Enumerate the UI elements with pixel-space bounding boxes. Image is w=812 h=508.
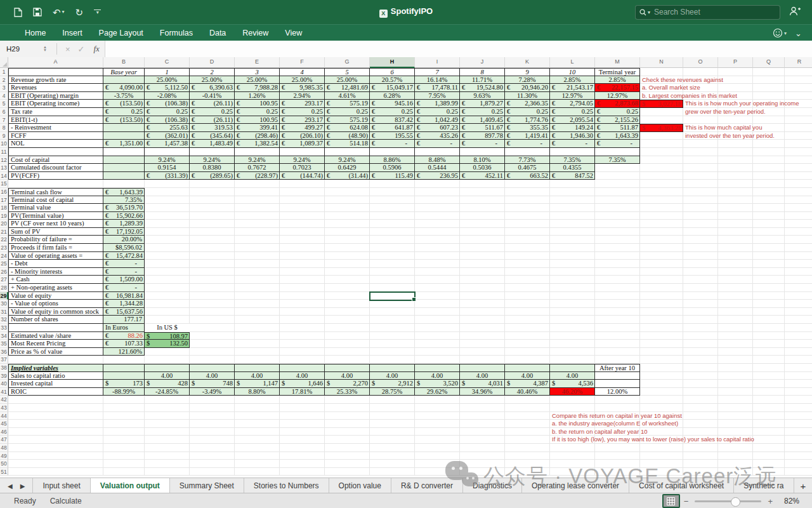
cell-F5[interactable]: €293.17 [280,100,325,108]
cell-A35[interactable]: Most Recent Pricing [8,340,103,348]
cell-F10[interactable]: €1,089.37 [280,140,325,148]
cell-J19[interactable] [460,212,505,220]
cell-Q13[interactable] [753,164,785,172]
cell-Q33[interactable] [753,324,785,332]
cell-A49[interactable] [8,452,103,460]
cell-Q25[interactable] [753,260,785,268]
cell-J49[interactable] [460,452,505,460]
cell-A37[interactable] [8,356,103,364]
cell-R6[interactable] [785,108,812,116]
cell-O10[interactable] [683,140,718,148]
col-header-F[interactable]: F [280,57,325,68]
cell-R45[interactable] [785,420,812,428]
cell-Q2[interactable] [753,76,785,84]
cell-B45[interactable] [103,420,145,428]
cell-O1[interactable] [683,68,718,76]
cell-Q23[interactable] [753,244,785,252]
cell-Q29[interactable] [753,292,785,300]
cell-K39[interactable]: 4.00 [505,372,550,380]
col-header-G[interactable]: G [325,57,370,68]
cell-R26[interactable] [785,268,812,276]
row-header-29[interactable]: 29 [0,292,8,300]
cell-J30[interactable] [460,300,505,308]
col-header-N[interactable]: N [640,57,683,68]
menu-tab-page-layout[interactable]: Page Layout [91,25,152,41]
cell-C47[interactable] [145,436,190,444]
cell-C33[interactable]: In US $ [145,324,190,332]
cell-G6[interactable]: €0.25 [325,108,370,116]
cell-J45[interactable] [460,420,505,428]
cancel-icon[interactable]: × [65,44,70,54]
cell-M50[interactable] [595,460,640,468]
cell-R41[interactable] [785,388,812,396]
cell-O28[interactable] [683,284,718,292]
cell-F26[interactable] [280,268,325,276]
cell-I34[interactable] [415,332,460,340]
cell-P37[interactable] [718,356,753,364]
cell-K10[interactable]: €- [505,140,550,148]
cell-O26[interactable] [683,268,718,276]
cell-O32[interactable] [683,316,718,324]
cell-H7[interactable]: €837.42 [370,116,415,124]
col-header-D[interactable]: D [190,57,235,68]
cell-L21[interactable] [550,228,595,236]
cell-G8[interactable]: €624.08 [325,124,370,132]
cell-O19[interactable] [683,212,718,220]
sheet-tab-valuation-output[interactable]: Valuation output [91,478,170,493]
sheet-tab-summary-sheet[interactable]: Summary Sheet [170,478,244,493]
row-header-34[interactable]: 34 [0,332,8,340]
cell-E36[interactable] [235,348,280,356]
cell-B30[interactable]: €1,344.28 [103,300,145,308]
cell-D20[interactable] [190,220,235,228]
cell-C41[interactable]: -24.85% [145,388,190,396]
cell-C16[interactable] [145,188,190,196]
cell-J9[interactable]: €897.78 [460,132,505,140]
cell-M18[interactable] [595,204,640,212]
cell-R24[interactable] [785,252,812,260]
cell-H48[interactable] [370,444,415,452]
cell-R10[interactable] [785,140,812,148]
cell-L48[interactable] [550,444,595,452]
row-header-14[interactable]: 14 [0,172,8,180]
cell-M11[interactable] [595,148,640,156]
cell-F48[interactable] [280,444,325,452]
cell-L27[interactable] [550,276,595,284]
cell-B41[interactable]: -88.99% [103,388,145,396]
cell-F7[interactable]: €293.17 [280,116,325,124]
cell-I47[interactable] [415,436,460,444]
cell-F43[interactable] [280,404,325,412]
cell-Q18[interactable] [753,204,785,212]
cell-N30[interactable] [640,300,683,308]
cell-E18[interactable] [235,204,280,212]
cell-B17[interactable]: 7.35% [103,196,145,204]
row-header-27[interactable]: 27 [0,276,8,284]
cell-I21[interactable] [415,228,460,236]
cell-F4[interactable]: 2.94% [280,92,325,100]
cell-I26[interactable] [415,268,460,276]
cell-P32[interactable] [718,316,753,324]
cell-H21[interactable] [370,228,415,236]
cell-Q38[interactable] [753,364,785,372]
cell-F36[interactable] [280,348,325,356]
cell-L25[interactable] [550,260,595,268]
cell-F28[interactable] [280,284,325,292]
menu-tab-insert[interactable]: Insert [54,25,90,41]
cell-C10[interactable]: €1,457.38 [145,140,190,148]
cell-A51[interactable] [8,468,103,476]
cell-C4[interactable]: -2.08% [145,92,190,100]
cell-R51[interactable] [785,468,812,476]
cell-L7[interactable]: €2,095.54 [550,116,595,124]
cell-G36[interactable] [325,348,370,356]
cell-R44[interactable] [785,412,812,420]
cell-I31[interactable] [415,308,460,316]
cell-J41[interactable]: 34.96% [460,388,505,396]
cell-B32[interactable]: 177.17 [103,316,145,324]
cell-K5[interactable]: €2,366.35 [505,100,550,108]
cell-J8[interactable]: €511.67 [460,124,505,132]
cell-A25[interactable]: - Debt [8,260,103,268]
cell-B47[interactable] [103,436,145,444]
cell-J42[interactable] [460,396,505,404]
cell-I13[interactable]: 0.5444 [415,164,460,172]
cell-D39[interactable]: 4.00 [190,372,235,380]
cell-M20[interactable] [595,220,640,228]
